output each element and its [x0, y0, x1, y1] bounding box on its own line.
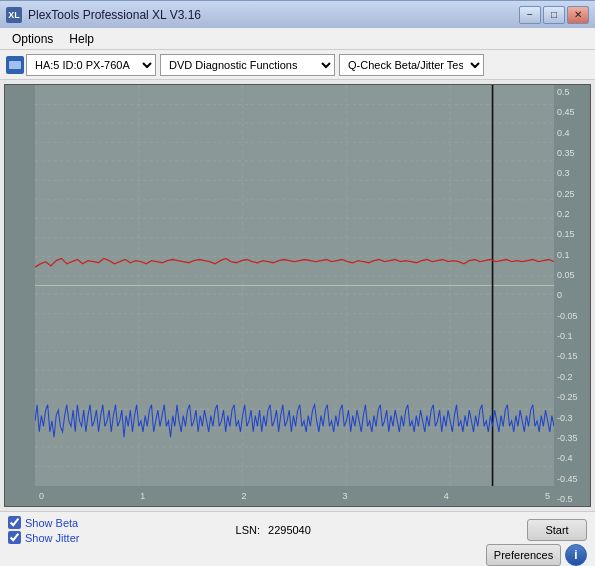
- show-jitter-row: Show Jitter: [8, 531, 79, 544]
- show-jitter-label: Show Jitter: [25, 532, 79, 544]
- function-select[interactable]: DVD Diagnostic Functions: [160, 54, 335, 76]
- show-beta-checkbox[interactable]: [8, 516, 21, 529]
- chart-x-axis: 0 1 2 3 4 5: [35, 486, 554, 506]
- title-bar: XL PlexTools Professional XL V3.16 − □ ✕: [0, 0, 595, 28]
- main-area: High Low 0.5 0.45 0.4 0.35 0.3 0.25 0.2 …: [0, 80, 595, 511]
- window-controls: − □ ✕: [519, 6, 589, 24]
- checkboxes: Show Beta Show Jitter: [8, 516, 79, 544]
- lsn-label: LSN:: [236, 524, 260, 536]
- drive-icon: [6, 56, 24, 74]
- drive-selector-group: HA:5 ID:0 PX-760A: [6, 54, 156, 76]
- maximize-button[interactable]: □: [543, 6, 565, 24]
- preferences-button[interactable]: Preferences: [486, 544, 561, 566]
- status-row-2: Preferences i: [8, 544, 587, 566]
- show-jitter-checkbox[interactable]: [8, 531, 21, 544]
- close-button[interactable]: ✕: [567, 6, 589, 24]
- show-beta-row: Show Beta: [8, 516, 79, 529]
- show-beta-label: Show Beta: [25, 517, 78, 529]
- minimize-button[interactable]: −: [519, 6, 541, 24]
- lsn-value: 2295040: [268, 524, 311, 536]
- menu-options[interactable]: Options: [4, 30, 61, 48]
- status-row-1: Show Beta Show Jitter LSN: 2295040 Start: [8, 516, 587, 544]
- app-icon: XL: [6, 7, 22, 23]
- menu-help[interactable]: Help: [61, 30, 102, 48]
- drive-select[interactable]: HA:5 ID:0 PX-760A: [26, 54, 156, 76]
- status-bar: Show Beta Show Jitter LSN: 2295040 Start…: [0, 511, 595, 566]
- menu-bar: Options Help: [0, 28, 595, 50]
- toolbar: HA:5 ID:0 PX-760A DVD Diagnostic Functio…: [0, 50, 595, 80]
- info-button[interactable]: i: [565, 544, 587, 566]
- chart-container: High Low 0.5 0.45 0.4 0.35 0.3 0.25 0.2 …: [4, 84, 591, 507]
- chart-plot-area: [35, 85, 554, 486]
- test-select[interactable]: Q-Check Beta/Jitter Test: [339, 54, 484, 76]
- chart-right-axis: 0.5 0.45 0.4 0.35 0.3 0.25 0.2 0.15 0.1 …: [554, 85, 590, 506]
- start-button[interactable]: Start: [527, 519, 587, 541]
- app-title: PlexTools Professional XL V3.16: [28, 8, 201, 22]
